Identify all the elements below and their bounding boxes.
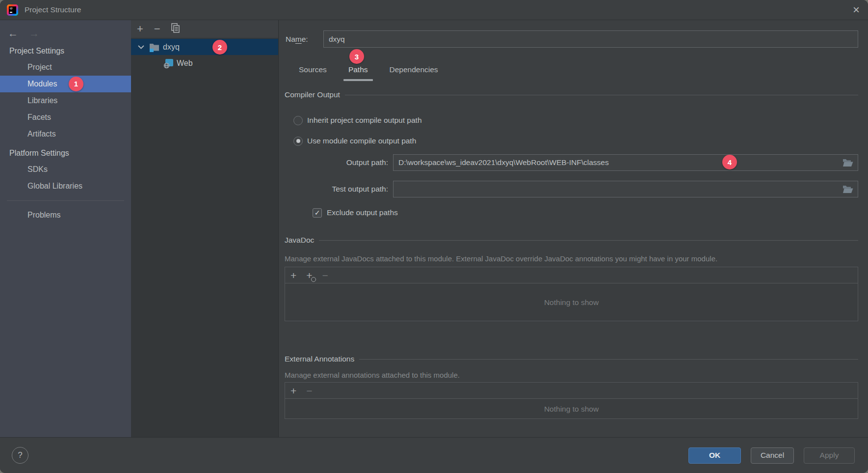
globe-icon: [311, 277, 316, 282]
settings-sidebar: ← → Project Settings Project Modules 1 L…: [0, 20, 131, 437]
module-name-input[interactable]: [323, 30, 858, 48]
tab-paths[interactable]: Paths: [347, 61, 369, 81]
javadoc-list-box: + + − Nothing to show: [285, 267, 858, 321]
javadoc-description: Manage external JavaDocs attached to thi…: [285, 254, 717, 263]
ok-button[interactable]: OK: [688, 447, 741, 464]
close-icon[interactable]: ×: [844, 0, 868, 20]
add-annotation-root-icon[interactable]: +: [290, 386, 296, 396]
module-tabs: Sources Paths Dependencies: [298, 61, 439, 81]
javadoc-empty-list: Nothing to show: [285, 284, 858, 321]
tab-dependencies[interactable]: Dependencies: [389, 61, 439, 81]
external-annotations-section-header: External Annotations: [285, 353, 858, 365]
test-output-path-label: Test output path:: [279, 181, 388, 197]
cancel-button[interactable]: Cancel: [751, 447, 794, 464]
section-rule: [319, 240, 858, 241]
remove-module-icon[interactable]: −: [154, 24, 160, 34]
title-bar: IJ Project Structure ×: [0, 0, 868, 20]
module-tree-toolbar: + −: [131, 20, 278, 38]
browse-folder-icon[interactable]: [841, 183, 855, 195]
sidebar-item-project[interactable]: Project: [0, 59, 131, 76]
forward-arrow-icon[interactable]: →: [29, 28, 39, 39]
annotation-badge-4: 4: [722, 155, 737, 169]
sidebar-item-sdks[interactable]: SDKs: [0, 161, 131, 178]
sidebar-item-label: Modules: [27, 80, 57, 88]
tree-node-label: dxyq: [163, 43, 180, 52]
radio-inherit-output[interactable]: Inherit project compile output path: [293, 113, 422, 127]
intellij-logo-icon: IJ: [7, 4, 18, 16]
help-icon[interactable]: ?: [12, 447, 28, 464]
sidebar-item-global-libraries[interactable]: Global Libraries: [0, 178, 131, 195]
external-annotations-description: Manage external annotations attached to …: [285, 371, 460, 379]
add-javadoc-url-icon[interactable]: +: [306, 270, 312, 280]
module-folder-icon: [149, 42, 160, 52]
annotation-badge-3: 3: [349, 49, 364, 64]
output-path-input[interactable]: [393, 154, 858, 171]
javadoc-toolbar: + + −: [285, 267, 858, 283]
exclude-output-paths-checkbox[interactable]: ✓ Exclude output paths: [313, 206, 398, 220]
section-rule: [359, 359, 858, 360]
platform-settings-header: Platform Settings: [0, 145, 131, 161]
tree-node-label: Web: [177, 59, 193, 68]
history-nav: ← →: [0, 27, 131, 40]
tree-row-facet-web[interactable]: Web: [131, 55, 278, 71]
radio-button-icon[interactable]: [293, 137, 303, 146]
output-path-label: Output path:: [279, 154, 388, 171]
javadoc-section-header: JavaDoc: [285, 234, 858, 246]
name-row: Name:: [286, 30, 308, 48]
sidebar-divider: [7, 200, 124, 201]
radio-button-icon[interactable]: [293, 116, 303, 125]
module-tree-panel: + − dxyq: [131, 20, 279, 437]
copy-module-icon[interactable]: [171, 23, 180, 35]
sidebar-item-facets[interactable]: Facets: [0, 109, 131, 126]
project-structure-dialog: IJ Project Structure × ← → Project Setti…: [0, 0, 868, 473]
sidebar-item-problems[interactable]: Problems: [0, 207, 131, 223]
section-rule: [345, 95, 858, 95]
annotation-badge-1: 1: [69, 77, 83, 91]
remove-javadoc-icon[interactable]: −: [322, 270, 328, 280]
sidebar-item-artifacts[interactable]: Artifacts: [0, 126, 131, 142]
chevron-down-icon[interactable]: [137, 43, 145, 51]
name-label: Name:: [286, 35, 308, 44]
browse-folder-icon[interactable]: [841, 157, 855, 168]
compiler-output-section-header: Compiler Output: [285, 89, 858, 101]
annotation-badge-2: 2: [212, 40, 227, 55]
test-output-path-input[interactable]: [393, 181, 858, 197]
module-editor-panel: Name: Sources Paths Dependencies 3 Compi…: [279, 20, 868, 437]
web-facet-icon: [163, 58, 174, 68]
sidebar-item-modules[interactable]: Modules 1: [0, 76, 131, 92]
intellij-logo-text: IJ: [9, 6, 16, 14]
external-annotations-list-box: + − Nothing to show: [285, 382, 858, 419]
dialog-footer: ? OK Cancel Apply: [0, 437, 868, 473]
remove-annotation-root-icon[interactable]: −: [306, 386, 312, 396]
add-module-icon[interactable]: +: [137, 24, 143, 34]
external-annotations-empty-list: Nothing to show: [285, 399, 858, 418]
tab-sources[interactable]: Sources: [298, 61, 328, 81]
apply-button[interactable]: Apply: [804, 447, 855, 464]
sidebar-item-libraries[interactable]: Libraries: [0, 92, 131, 109]
checkbox-checked-icon[interactable]: ✓: [313, 208, 322, 218]
project-settings-header: Project Settings: [0, 43, 131, 59]
add-javadoc-icon[interactable]: +: [290, 270, 296, 280]
window-title: Project Structure: [25, 5, 81, 14]
back-arrow-icon[interactable]: ←: [8, 28, 18, 39]
radio-use-module-output[interactable]: Use module compile output path: [293, 134, 416, 148]
external-annotations-toolbar: + −: [285, 383, 858, 399]
tree-row-module-dxyq[interactable]: dxyq 2: [131, 39, 278, 55]
